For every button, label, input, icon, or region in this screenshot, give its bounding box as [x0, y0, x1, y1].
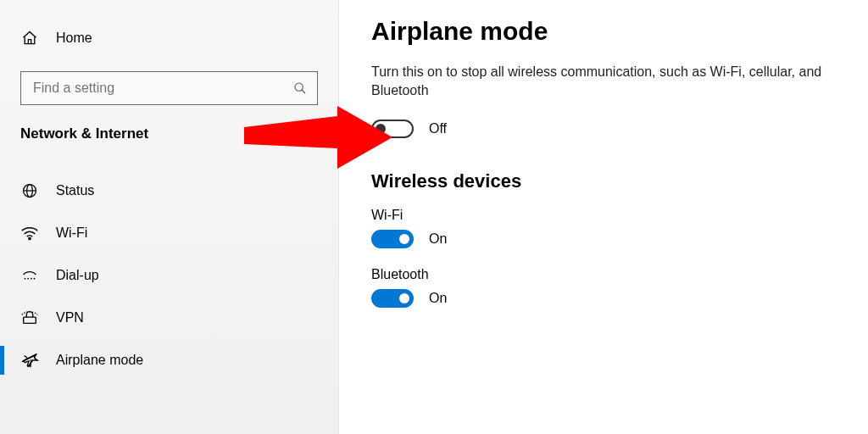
svg-point-0: [295, 83, 303, 91]
sidebar-item-label: Status: [56, 183, 94, 198]
vpn-icon: [20, 309, 39, 327]
wireless-devices-heading: Wireless devices: [371, 170, 868, 192]
home-icon: [20, 29, 39, 47]
page-title: Airplane mode: [371, 17, 868, 46]
sidebar: Home Network & Internet Status: [0, 0, 339, 434]
svg-point-6: [25, 278, 26, 280]
sidebar-item-dialup[interactable]: Dial-up: [0, 254, 338, 297]
bluetooth-device-label: Bluetooth: [371, 267, 868, 282]
wifi-toggle[interactable]: [371, 230, 414, 248]
sidebar-item-label: Dial-up: [56, 268, 99, 283]
sidebar-item-airplane-mode[interactable]: Airplane mode: [0, 339, 338, 381]
sidebar-item-vpn[interactable]: VPN: [0, 297, 338, 339]
main-content: Airplane mode Turn this on to stop all w…: [339, 0, 868, 434]
svg-point-5: [29, 237, 31, 239]
svg-point-8: [31, 278, 32, 280]
wifi-icon: [20, 224, 39, 242]
sidebar-item-label: Airplane mode: [56, 353, 143, 368]
sidebar-home-label: Home: [56, 31, 92, 46]
svg-point-9: [34, 278, 36, 280]
search-icon: [293, 81, 307, 95]
search-input[interactable]: [31, 80, 293, 97]
globe-icon: [20, 181, 39, 200]
wifi-toggle-state: On: [429, 231, 447, 247]
sidebar-home[interactable]: Home: [0, 17, 338, 59]
sidebar-item-status[interactable]: Status: [0, 170, 338, 212]
sidebar-item-label: VPN: [56, 310, 84, 326]
wifi-device-label: Wi-Fi: [371, 208, 868, 223]
dialup-icon: [20, 266, 39, 285]
sidebar-item-label: Wi-Fi: [56, 225, 87, 241]
svg-rect-10: [24, 317, 36, 323]
sidebar-item-wifi[interactable]: Wi-Fi: [0, 212, 338, 254]
svg-line-1: [302, 90, 305, 93]
airplane-mode-description: Turn this on to stop all wireless commun…: [371, 63, 846, 101]
bluetooth-toggle[interactable]: [371, 289, 414, 308]
airplane-icon: [20, 351, 39, 370]
search-box[interactable]: [20, 71, 318, 105]
sidebar-section-title: Network & Internet: [0, 120, 338, 158]
airplane-mode-toggle-state: Off: [429, 121, 447, 136]
bluetooth-toggle-state: On: [429, 291, 447, 306]
airplane-mode-toggle[interactable]: [371, 120, 414, 138]
svg-point-7: [27, 278, 29, 280]
